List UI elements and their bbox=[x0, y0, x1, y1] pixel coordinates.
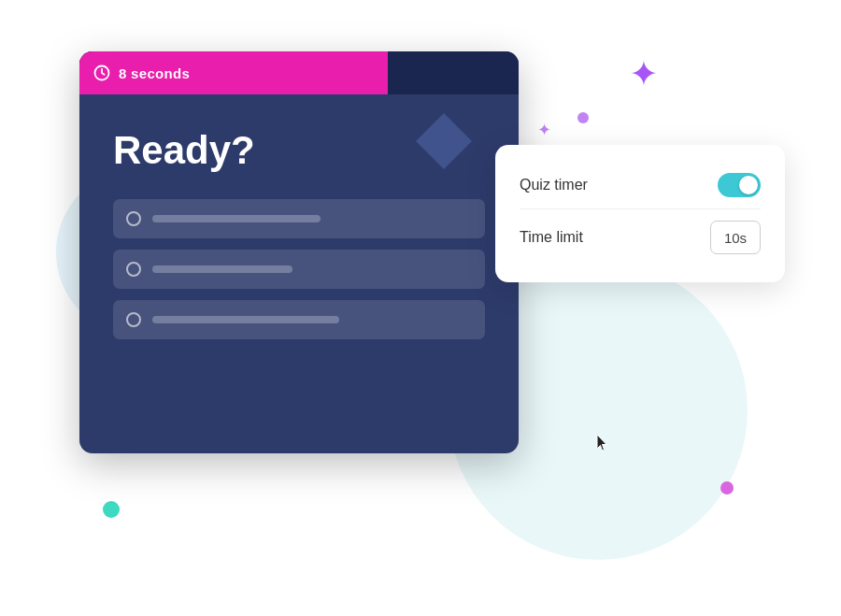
option-radio-2[interactable] bbox=[126, 262, 141, 277]
option-line-2 bbox=[152, 265, 292, 273]
svg-marker-1 bbox=[416, 113, 472, 169]
clock-icon bbox=[93, 64, 111, 82]
bg-dot-purple bbox=[577, 112, 589, 123]
time-limit-label: Time limit bbox=[520, 229, 583, 246]
time-limit-button[interactable]: 10s bbox=[710, 221, 761, 254]
option-radio-3[interactable] bbox=[126, 312, 141, 327]
option-line-1 bbox=[152, 215, 321, 222]
bg-dot-pink bbox=[720, 481, 734, 494]
time-limit-row: Time limit 10s bbox=[520, 213, 761, 262]
settings-divider bbox=[520, 208, 761, 209]
timer-bar: 8 seconds bbox=[79, 51, 519, 94]
timer-text: 8 seconds bbox=[119, 65, 190, 81]
toggle-knob bbox=[739, 176, 758, 194]
sparkle-small-icon: ✦ bbox=[537, 122, 551, 138]
card-diamond-icon bbox=[416, 113, 472, 169]
option-line-3 bbox=[152, 316, 339, 323]
answer-option-1[interactable] bbox=[113, 199, 485, 238]
scene: ✦ ✦ ✦ 8 seconds Ready? bbox=[0, 0, 841, 616]
quiz-timer-toggle[interactable] bbox=[718, 173, 761, 197]
answer-option-3[interactable] bbox=[113, 300, 485, 339]
cursor-icon bbox=[596, 434, 609, 452]
timer-progress: 8 seconds bbox=[79, 51, 388, 94]
quiz-timer-label: Quiz timer bbox=[520, 177, 588, 193]
card-body: Ready? bbox=[79, 94, 519, 377]
bg-dot-teal bbox=[103, 501, 120, 518]
quiz-timer-row: Quiz timer bbox=[520, 165, 761, 205]
settings-panel: Quiz timer Time limit 10s bbox=[495, 145, 785, 282]
quiz-card: 8 seconds Ready? bbox=[79, 51, 519, 453]
option-radio-1[interactable] bbox=[126, 211, 141, 226]
sparkle-large-icon: ✦ bbox=[629, 56, 659, 92]
answer-option-2[interactable] bbox=[113, 250, 485, 289]
